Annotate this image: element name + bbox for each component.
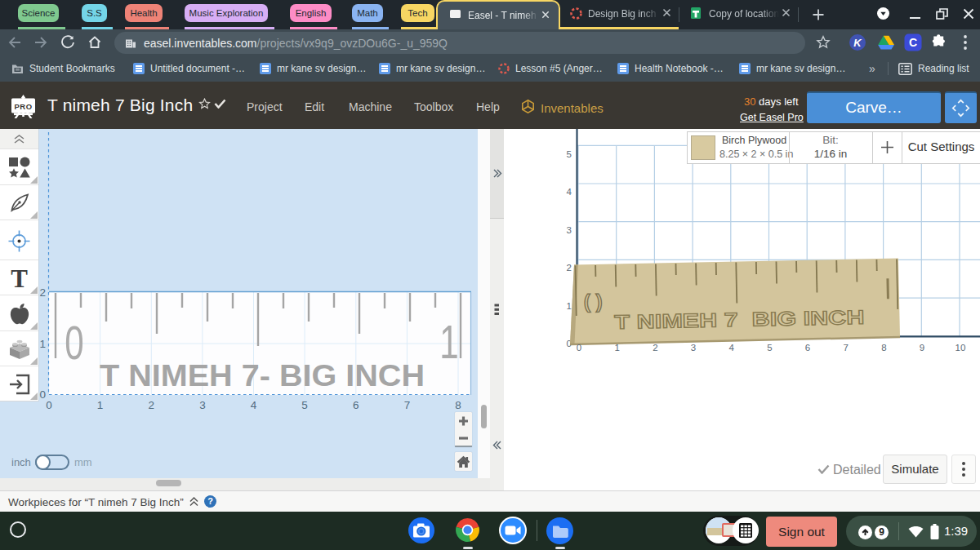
svg-text:8: 8	[455, 399, 461, 411]
svg-text:C: C	[909, 36, 917, 49]
svg-text:7: 7	[404, 399, 411, 411]
svg-text:7: 7	[844, 343, 849, 353]
svg-text:( ): ( )	[584, 290, 603, 312]
svg-text:6: 6	[805, 343, 810, 353]
svg-text:5: 5	[767, 343, 772, 353]
svg-text:3: 3	[567, 225, 572, 235]
svg-text:1: 1	[567, 301, 572, 311]
svg-text:4: 4	[567, 187, 572, 197]
svg-text:0: 0	[65, 317, 83, 370]
svg-text:6: 6	[353, 399, 359, 411]
svg-text:9: 9	[920, 343, 924, 353]
svg-text:1: 1	[615, 343, 620, 353]
svg-text:3: 3	[691, 343, 696, 353]
svg-text:0: 0	[39, 388, 46, 401]
svg-text:4: 4	[251, 399, 257, 411]
svg-text:5: 5	[301, 399, 308, 411]
svg-text:T: T	[11, 264, 28, 293]
svg-text:3: 3	[199, 399, 206, 411]
svg-text:8: 8	[881, 343, 886, 353]
svg-text:0: 0	[46, 399, 52, 411]
svg-text:1: 1	[97, 399, 104, 411]
svg-text:K: K	[853, 37, 862, 49]
svg-text:2: 2	[653, 343, 657, 353]
svg-text:5: 5	[567, 149, 572, 159]
svg-text:T NIMEH 7- BIG INCH: T NIMEH 7- BIG INCH	[100, 359, 425, 393]
svg-text:PRO: PRO	[14, 102, 32, 111]
svg-text:2: 2	[149, 399, 155, 411]
svg-text:2: 2	[39, 286, 46, 299]
svg-text:0: 0	[577, 343, 581, 353]
svg-text:1: 1	[39, 338, 46, 350]
svg-text:1: 1	[439, 317, 458, 369]
svg-text:4: 4	[728, 343, 734, 353]
svg-text:2: 2	[567, 263, 572, 273]
svg-text:10: 10	[956, 343, 966, 353]
